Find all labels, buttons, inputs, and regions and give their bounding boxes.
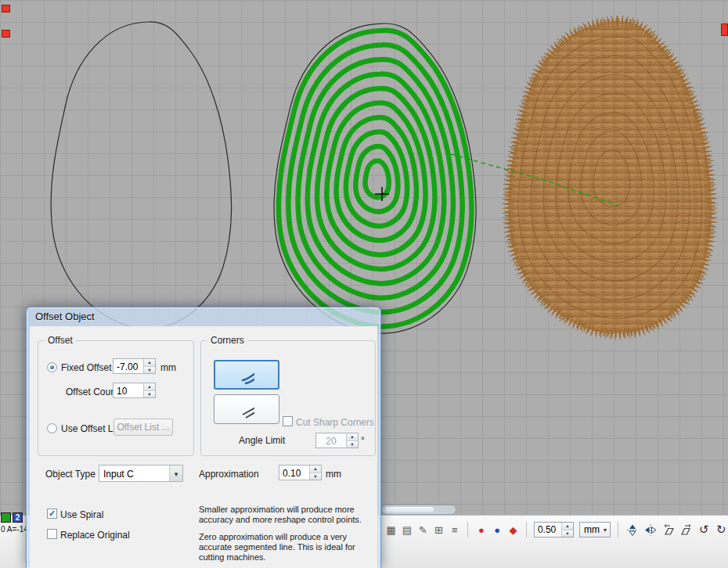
cut-sharp-corners-label[interactable]: Cut Sharp Corners [296, 417, 374, 428]
offset-group-label: Offset [45, 335, 76, 346]
fixed-offset-radio[interactable] [47, 362, 57, 372]
angle-limit-unit: ° [361, 435, 365, 446]
stitch-spacing-input[interactable]: 0.50 [534, 522, 574, 537]
use-spiral-checkbox[interactable] [47, 509, 57, 519]
sequence-icon[interactable]: ≡ [449, 523, 460, 537]
fixed-offset-input[interactable]: -7.00 [113, 358, 156, 374]
offset-rings [279, 31, 472, 326]
offset-object-dialog: Offset Object Offset Fixed Offset -7.00 … [26, 307, 381, 568]
replace-original-checkbox[interactable] [47, 529, 57, 539]
fixed-offset-unit: mm [160, 362, 176, 373]
approximation-spinner[interactable] [309, 466, 321, 480]
offset-object[interactable] [274, 23, 476, 333]
toolbar-separator [526, 522, 527, 537]
fabric-icon[interactable]: ▤ [401, 523, 413, 537]
flip-vertical-icon[interactable] [625, 523, 640, 537]
toolbar-separator [618, 522, 618, 537]
marker-icon[interactable]: ◆ [507, 523, 519, 537]
offset-count-input[interactable]: 10 [113, 383, 156, 398]
outline-object[interactable] [51, 22, 231, 329]
rotate-ccw-icon[interactable]: ↺ [697, 523, 711, 537]
approximation-input[interactable]: 0.10 [279, 465, 322, 480]
corners-group: Corners Cut Sharp Corners Angle Limit 20 [200, 340, 376, 456]
units-dropdown[interactable]: mm [579, 522, 611, 537]
end-point-icon[interactable]: ● [491, 523, 503, 537]
sharp-corners-icon [239, 402, 254, 416]
dialog-titlebar[interactable]: Offset Object [27, 307, 380, 325]
rotate-cw-icon[interactable]: ↻ [715, 523, 728, 537]
fixed-offset-label[interactable]: Fixed Offset [61, 362, 111, 373]
chevron-down-icon[interactable] [169, 466, 182, 481]
help-text: Smaller approximation will produce more … [199, 505, 377, 563]
design-canvas[interactable]: ▦ ▤ ✎ ⊞ ≡ ● ● ◆ 0.50 mm [0, 0, 728, 568]
selection-handle-2[interactable] [2, 30, 10, 38]
fixed-offset-spinner[interactable] [143, 359, 155, 373]
color-swatch-2[interactable]: 2 [13, 512, 23, 523]
stitch-spacing-value: 0.50 [535, 523, 561, 537]
units-label: mm [584, 524, 600, 537]
angle-limit-input[interactable]: 20 [315, 433, 359, 448]
add-object-icon[interactable]: ⊞ [433, 523, 445, 537]
fixed-offset-value: -7.00 [114, 359, 143, 373]
offset-count-value: 10 [114, 383, 143, 397]
round-corners-icon [239, 368, 254, 382]
horizontal-scrollbar[interactable] [381, 505, 456, 515]
object-type-label: Object Type [45, 469, 96, 480]
angle-limit-value: 20 [316, 433, 346, 448]
corners-group-label: Corners [207, 335, 247, 346]
object-type-dropdown[interactable]: Input C [99, 465, 183, 482]
color-swatch-1[interactable] [1, 512, 11, 523]
offset-count-label: Offset Count [66, 386, 118, 397]
stitch-spacing-spinner[interactable] [561, 523, 573, 537]
angle-limit-label: Angle Limit [239, 435, 285, 446]
selection-handle-3[interactable] [721, 23, 728, 36]
approximation-value: 0.10 [279, 466, 309, 480]
cut-sharp-corners-checkbox[interactable] [283, 416, 293, 426]
help-paragraph-1: Smaller approximation will produce more … [199, 505, 377, 525]
round-corners-button[interactable] [214, 360, 279, 390]
scrollbar-thumb[interactable] [385, 507, 434, 512]
selection-handle-1[interactable] [2, 5, 10, 13]
flip-horizontal-icon[interactable] [643, 523, 658, 537]
grid-icon[interactable]: ▦ [385, 523, 397, 537]
sharp-corners-button[interactable] [214, 394, 279, 424]
dialog-title: Offset Object [35, 311, 95, 322]
offset-group: Offset Fixed Offset -7.00 mm Offset Coun… [38, 340, 194, 456]
help-paragraph-2: Zero approximation will produce a very a… [199, 532, 377, 563]
toolbar-separator [467, 522, 468, 537]
skew-right-icon[interactable] [679, 523, 694, 537]
start-point-icon[interactable]: ● [475, 523, 487, 537]
approximation-unit: mm [326, 469, 341, 480]
stitched-object[interactable] [508, 21, 712, 334]
use-offset-list-radio[interactable] [47, 423, 57, 433]
status-text: 0 A=-14 [1, 525, 28, 534]
offset-count-spinner[interactable] [143, 383, 155, 397]
replace-original-label[interactable]: Replace Original [60, 530, 130, 541]
dialog-body: Offset Fixed Offset -7.00 mm Offset Coun… [30, 326, 377, 568]
skew-left-icon[interactable] [661, 523, 676, 537]
reshape-icon[interactable]: ✎ [417, 523, 429, 537]
object-type-value: Input C [99, 466, 169, 481]
approximation-label: Approximation [199, 469, 259, 480]
offset-list-button[interactable]: Offset List ... [114, 419, 173, 436]
angle-limit-spinner[interactable] [346, 433, 358, 448]
use-spiral-label[interactable]: Use Spiral [60, 509, 103, 520]
